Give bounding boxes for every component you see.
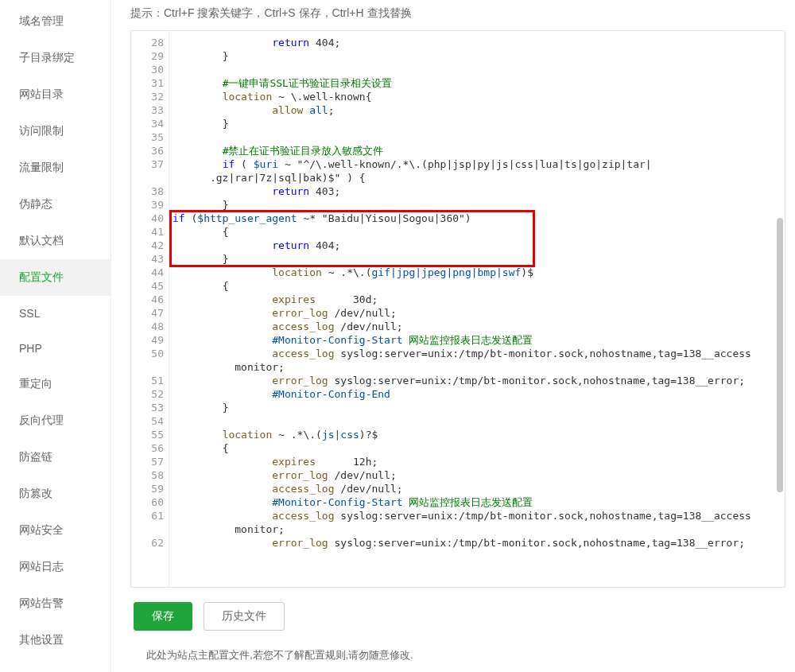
line-number: 55 — [131, 428, 164, 441]
line-number: 48 — [131, 320, 164, 333]
code-line: allow all; — [173, 103, 780, 117]
code-line: #Monitor-Config-Start 网站监控报表日志发送配置 — [173, 495, 780, 509]
line-number: 35 — [131, 130, 164, 144]
code-line: monitor; — [173, 522, 780, 536]
line-number: 45 — [131, 279, 164, 293]
code-line: } — [173, 198, 780, 212]
code-line: #Monitor-Config-End — [173, 387, 780, 401]
code-line: } — [173, 252, 780, 266]
sidebar-item-5[interactable]: 伪静态 — [0, 186, 111, 223]
code-area[interactable]: return 404; } #一键申请SSL证书验证目录相关设置 locatio… — [169, 31, 785, 587]
line-number: 33 — [131, 103, 164, 117]
sidebar-item-13[interactable]: 防篡改 — [0, 476, 111, 512]
line-number: 40 — [131, 212, 164, 225]
line-number: 59 — [131, 482, 164, 495]
sidebar-item-7[interactable]: 配置文件 — [0, 259, 111, 296]
footer-note: 此处为站点主配置文件,若您不了解配置规则,请勿随意修改. — [130, 631, 785, 662]
line-number: 51 — [131, 374, 164, 387]
history-button[interactable]: 历史文件 — [204, 602, 285, 631]
sidebar-item-3[interactable]: 访问限制 — [0, 113, 111, 150]
code-line: if ( $uri ~ "^/\.well-known/.*\.(php|jsp… — [173, 157, 780, 171]
code-line: access_log syslog:server=unix:/tmp/bt-mo… — [173, 347, 780, 360]
line-number: 38 — [131, 185, 164, 198]
sidebar-item-9[interactable]: PHP — [0, 331, 111, 366]
line-number: 42 — [131, 239, 164, 252]
line-number: 43 — [131, 252, 164, 266]
line-number: 31 — [131, 76, 164, 90]
line-number: 62 — [131, 536, 164, 550]
sidebar-item-1[interactable]: 子目录绑定 — [0, 40, 111, 76]
code-line: location ~ \.well-known{ — [173, 90, 780, 103]
code-line: { — [173, 225, 780, 239]
main-panel: 提示：Ctrl+F 搜索关键字，Ctrl+S 保存，Ctrl+H 查找替换 28… — [111, 0, 795, 672]
line-number — [131, 522, 164, 536]
code-line: location ~ .*\.(js|css)?$ — [173, 428, 780, 441]
code-line: #一键申请SSL证书验证目录相关设置 — [173, 76, 780, 90]
sidebar-item-15[interactable]: 网站日志 — [0, 549, 111, 585]
line-number: 44 — [131, 266, 164, 279]
sidebar-item-4[interactable]: 流量限制 — [0, 150, 111, 186]
code-line: return 404; — [173, 36, 780, 49]
sidebar-item-10[interactable]: 重定向 — [0, 366, 111, 402]
scrollbar-thumb[interactable] — [777, 218, 783, 492]
line-number: 47 — [131, 306, 164, 320]
sidebar-item-2[interactable]: 网站目录 — [0, 76, 111, 113]
line-number: 30 — [131, 63, 164, 76]
code-line: if ($http_user_agent ~* "Baidu|Yisou|Sog… — [173, 212, 780, 225]
code-line: return 403; — [173, 185, 780, 198]
button-bar: 保存 历史文件 — [130, 588, 785, 631]
code-line: { — [173, 279, 780, 293]
line-number: 37 — [131, 157, 164, 171]
code-editor[interactable]: 2829303132333435363738394041424344454647… — [130, 30, 785, 588]
line-number: 61 — [131, 509, 164, 522]
code-line: { — [173, 441, 780, 455]
line-number: 28 — [131, 36, 164, 49]
sidebar-item-11[interactable]: 反向代理 — [0, 402, 111, 439]
sidebar-item-6[interactable]: 默认文档 — [0, 223, 111, 259]
code-line: expires 30d; — [173, 293, 780, 306]
line-number: 41 — [131, 225, 164, 239]
line-number: 32 — [131, 90, 164, 103]
code-line: return 404; — [173, 239, 780, 252]
line-number — [131, 171, 164, 185]
line-number: 53 — [131, 401, 164, 414]
code-line: access_log /dev/null; — [173, 482, 780, 495]
line-number: 57 — [131, 455, 164, 468]
line-number: 58 — [131, 468, 164, 482]
line-number: 56 — [131, 441, 164, 455]
line-number: 46 — [131, 293, 164, 306]
code-line: access_log /dev/null; — [173, 320, 780, 333]
save-button[interactable]: 保存 — [134, 602, 192, 631]
code-line — [173, 130, 780, 144]
code-line — [173, 63, 780, 76]
code-line: location ~ .*\.(gif|jpg|jpeg|png|bmp|swf… — [173, 266, 780, 279]
code-line: } — [173, 117, 780, 130]
code-line: error_log /dev/null; — [173, 468, 780, 482]
code-line: expires 12h; — [173, 455, 780, 468]
line-number: 29 — [131, 49, 164, 63]
line-gutter: 2829303132333435363738394041424344454647… — [131, 31, 169, 587]
hint-text: 提示：Ctrl+F 搜索关键字，Ctrl+S 保存，Ctrl+H 查找替换 — [130, 0, 785, 30]
sidebar: 域名管理子目录绑定网站目录访问限制流量限制伪静态默认文档配置文件SSLPHP重定… — [0, 0, 111, 672]
sidebar-item-12[interactable]: 防盗链 — [0, 439, 111, 476]
sidebar-item-8[interactable]: SSL — [0, 296, 111, 331]
sidebar-item-0[interactable]: 域名管理 — [0, 3, 111, 40]
code-line: #禁止在证书验证目录放入敏感文件 — [173, 144, 780, 157]
line-number: 60 — [131, 495, 164, 509]
code-line: #Monitor-Config-Start 网站监控报表日志发送配置 — [173, 333, 780, 347]
line-number: 52 — [131, 387, 164, 401]
sidebar-item-17[interactable]: 其他设置 — [0, 622, 111, 658]
line-number: 36 — [131, 144, 164, 157]
code-line: error_log /dev/null; — [173, 306, 780, 320]
line-number — [131, 360, 164, 374]
app: 域名管理子目录绑定网站目录访问限制流量限制伪静态默认文档配置文件SSLPHP重定… — [0, 0, 795, 672]
sidebar-item-14[interactable]: 网站安全 — [0, 512, 111, 549]
sidebar-item-16[interactable]: 网站告警 — [0, 585, 111, 622]
line-number: 34 — [131, 117, 164, 130]
code-line: .gz|rar|7z|sql|bak)$" ) { — [173, 171, 780, 185]
code-line: access_log syslog:server=unix:/tmp/bt-mo… — [173, 509, 780, 522]
line-number: 49 — [131, 333, 164, 347]
code-line: } — [173, 401, 780, 414]
code-line: error_log syslog:server=unix:/tmp/bt-mon… — [173, 374, 780, 387]
line-number: 54 — [131, 414, 164, 428]
